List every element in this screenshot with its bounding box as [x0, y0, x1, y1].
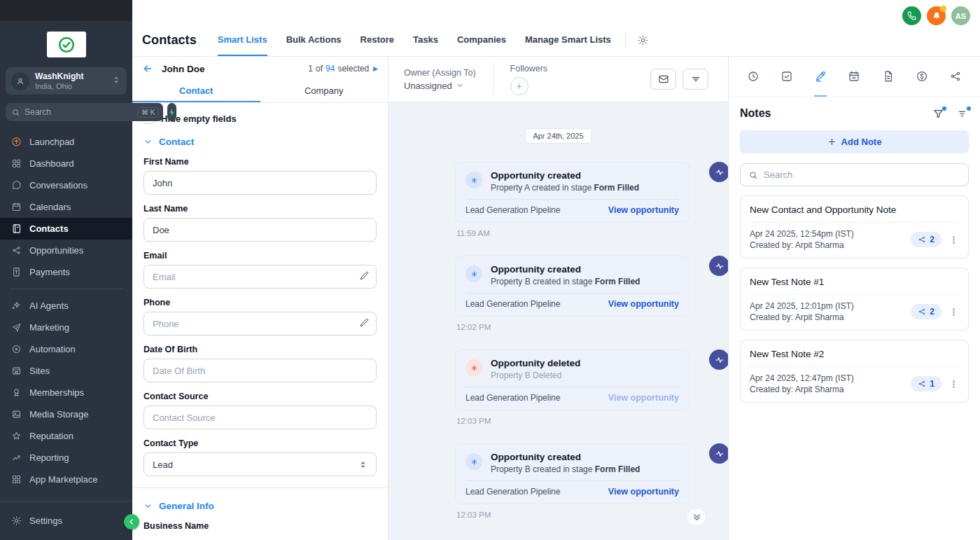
sidebar-item-opportunities[interactable]: Opportunities: [0, 240, 132, 261]
sidebar-item-conversations[interactable]: Conversations: [0, 174, 132, 196]
sidebar-item-memberships[interactable]: Memberships: [0, 382, 132, 403]
right-panel-tabs: [729, 57, 980, 97]
chevron-left-icon: [127, 518, 136, 526]
notes-sort-button[interactable]: [957, 108, 969, 120]
opportunity-created-icon: [465, 265, 482, 282]
sidebar-item-media-storage[interactable]: Media Storage: [0, 403, 132, 425]
note-menu-button[interactable]: [948, 379, 959, 389]
notes-search[interactable]: [740, 163, 969, 186]
tab-contact[interactable]: Contact: [132, 81, 260, 102]
sidebar-item-marketing[interactable]: Marketing: [0, 317, 132, 338]
share-nodes-icon: [918, 307, 926, 316]
tab-companies[interactable]: Companies: [457, 24, 506, 56]
tab-restore[interactable]: Restore: [360, 24, 394, 56]
timeline-event: Opportunity created Property B created i…: [455, 256, 690, 331]
note-associations-badge[interactable]: 1: [911, 376, 941, 392]
account-avatar: [11, 72, 29, 90]
contacts-settings-button[interactable]: [637, 24, 649, 56]
view-opportunity-link[interactable]: View opportunity: [608, 299, 679, 309]
filter-activity-button[interactable]: [682, 69, 708, 90]
sidebar-item-calendars[interactable]: Calendars: [0, 196, 132, 218]
sidebar-search-input[interactable]: [24, 107, 133, 117]
tab-manage-smart-lists[interactable]: Manage Smart Lists: [525, 24, 611, 56]
account-switcher[interactable]: WashKnight India, Ohio: [6, 67, 127, 95]
sidebar-item-app-marketplace[interactable]: App Marketplace: [0, 469, 132, 490]
note-card[interactable]: New Contact and Opportunity Note Apr 24 …: [740, 195, 969, 258]
view-opportunity-link[interactable]: View opportunity: [608, 487, 679, 497]
note-menu-button[interactable]: [948, 235, 959, 245]
field-email: Email: [144, 251, 377, 289]
note-date: Apr 24 2025, 12:01pm (IST): [750, 301, 911, 311]
sidebar-item-launchpad[interactable]: Launchpad: [0, 131, 132, 153]
sidebar-nav: Launchpad Dashboard Conversations Calend…: [0, 131, 132, 490]
section-contact[interactable]: Contact: [144, 137, 377, 147]
note-title: New Test Note #2: [750, 349, 959, 359]
view-opportunity-link-disabled[interactable]: View opportunity: [608, 393, 679, 403]
search-shortcut-badge: ⌘ K: [137, 107, 159, 118]
sidebar-item-automation[interactable]: Automation: [0, 338, 132, 360]
view-opportunity-link[interactable]: View opportunity: [608, 205, 679, 215]
tab-payments[interactable]: [916, 57, 928, 97]
gear-icon: [11, 515, 22, 526]
note-card[interactable]: New Test Note #1 Apr 24 2025, 12:01pm (I…: [740, 268, 969, 331]
owner-select[interactable]: Unassigned: [404, 81, 476, 91]
next-contact-button[interactable]: ▶: [373, 65, 378, 72]
user-avatar[interactable]: AS: [951, 6, 970, 25]
contact-source-input[interactable]: [144, 406, 377, 429]
note-associations-badge[interactable]: 2: [911, 304, 941, 319]
tab-activity-history[interactable]: [747, 57, 760, 97]
event-title: Opportunity created: [491, 264, 640, 275]
notes-filter-button[interactable]: [932, 108, 944, 120]
clock-history-icon: [747, 70, 760, 83]
sidebar-item-reporting[interactable]: Reporting: [0, 447, 132, 469]
scroll-to-bottom-button[interactable]: [687, 509, 706, 525]
edit-phone-button[interactable]: [359, 317, 370, 331]
sidebar-item-payments[interactable]: Payments: [0, 261, 132, 283]
sidebar-item-ai-agents[interactable]: AI Agents: [0, 295, 132, 317]
sidebar-search[interactable]: ⌘ K: [6, 103, 163, 121]
event-timestamp: 12:03 PM: [456, 417, 690, 425]
last-name-input[interactable]: [144, 218, 377, 242]
tab-notes[interactable]: [814, 57, 827, 97]
activity-avatar: [709, 162, 728, 182]
dialer-button[interactable]: [902, 6, 921, 25]
event-description: Property A created in stage Form Filled: [491, 183, 639, 193]
sidebar-item-contacts[interactable]: Contacts: [0, 218, 132, 240]
add-note-button[interactable]: Add Note: [740, 130, 969, 153]
back-button[interactable]: [142, 63, 153, 74]
contact-type-select[interactable]: Lead: [144, 452, 377, 476]
tab-company[interactable]: Company: [260, 81, 388, 102]
tab-tasks[interactable]: [780, 57, 793, 97]
notification-dot: [940, 6, 946, 12]
tab-bulk-actions[interactable]: Bulk Actions: [286, 24, 342, 56]
note-card[interactable]: New Test Note #2 Apr 24 2025, 12:47pm (I…: [740, 340, 969, 403]
edit-email-button[interactable]: [359, 270, 370, 284]
sidebar-item-settings[interactable]: Settings: [0, 501, 132, 540]
email-button[interactable]: [650, 69, 676, 90]
sidebar-item-sites[interactable]: Sites: [0, 360, 132, 382]
pencil-icon: [359, 270, 370, 281]
date-of-birth-input[interactable]: [144, 359, 377, 382]
hide-empty-fields-toggle[interactable]: Hide empty fields: [144, 113, 377, 124]
sidebar-item-reputation[interactable]: Reputation: [0, 425, 132, 447]
section-general-info[interactable]: General Info: [144, 501, 377, 511]
email-input[interactable]: [144, 265, 377, 289]
phone-input[interactable]: [144, 312, 377, 335]
quick-actions-button[interactable]: [167, 103, 176, 121]
add-follower-button[interactable]: +: [510, 77, 528, 95]
notes-search-input[interactable]: [764, 169, 960, 180]
sidebar-collapse-button[interactable]: [124, 514, 139, 529]
check-circle-logo-icon: [57, 36, 76, 54]
first-name-input[interactable]: [144, 171, 377, 195]
payments-icon: [11, 267, 22, 277]
tab-appointments[interactable]: [848, 57, 860, 97]
tab-tasks[interactable]: Tasks: [413, 24, 438, 56]
tab-smart-lists[interactable]: Smart Lists: [218, 24, 267, 56]
notifications-button[interactable]: [927, 6, 946, 25]
sidebar-item-dashboard[interactable]: Dashboard: [0, 153, 132, 174]
note-menu-button[interactable]: [948, 307, 959, 317]
tab-associations[interactable]: [949, 57, 962, 97]
note-associations-badge[interactable]: 2: [911, 232, 941, 247]
event-pipeline: Lead Generation Pipeline: [465, 393, 560, 403]
tab-documents[interactable]: [882, 57, 895, 97]
